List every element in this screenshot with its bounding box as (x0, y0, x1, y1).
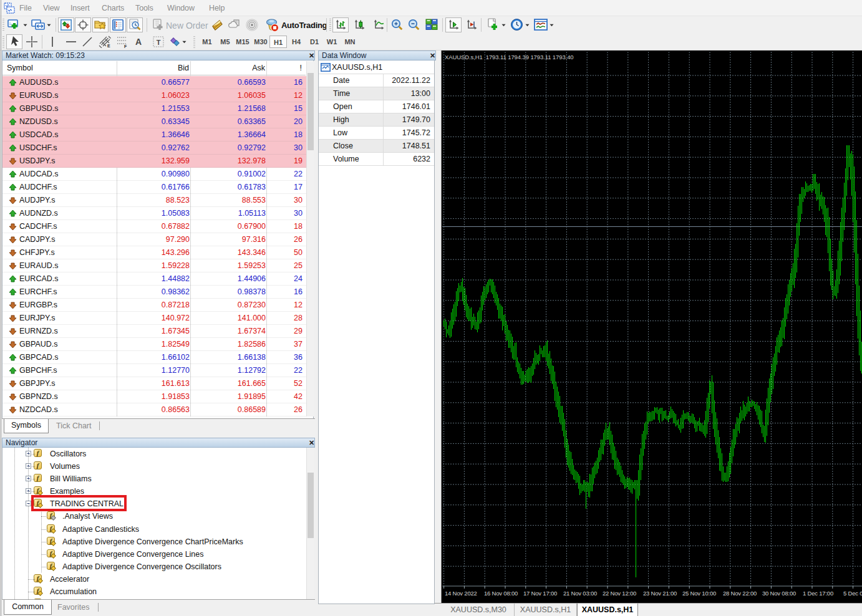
svg-text:F: F (124, 44, 127, 49)
svg-text:T: T (157, 39, 161, 46)
svg-text:E: E (107, 44, 110, 48)
